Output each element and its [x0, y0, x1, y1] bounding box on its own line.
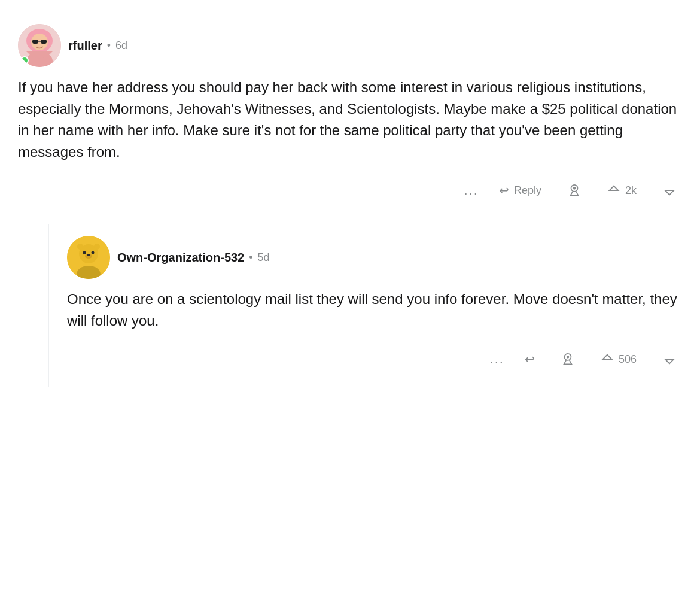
reply-upvote-icon	[601, 353, 614, 366]
more-button[interactable]: ...	[464, 183, 479, 198]
svg-point-16	[77, 244, 83, 250]
reply-timestamp: 5d	[258, 251, 270, 264]
main-comment: rfuller • 6d If you have her address you…	[18, 12, 682, 218]
reply-comment-header: Own-Organization-532 • 5d	[67, 236, 682, 279]
svg-point-17	[94, 244, 100, 250]
username-row: rfuller • 6d	[68, 39, 127, 53]
upvote-icon	[607, 184, 620, 197]
reply-vote-count: 506	[619, 353, 637, 366]
reply-comment: Own-Organization-532 • 5d Once you are o…	[67, 224, 682, 387]
reply-comment-actions: ... ↩ 506	[67, 344, 682, 375]
reply-comment-body: Once you are on a scientology mail list …	[67, 289, 682, 332]
reply-downvote-icon	[663, 353, 676, 366]
comment-header: rfuller • 6d	[18, 24, 682, 67]
online-indicator	[20, 56, 29, 65]
reply-button[interactable]: ↩ Reply	[493, 180, 547, 201]
svg-point-15	[87, 254, 90, 256]
award-button[interactable]	[562, 180, 587, 201]
reply-dot-separator: •	[249, 251, 252, 264]
reply-icon: ↩	[499, 183, 509, 198]
reply-username[interactable]: Own-Organization-532	[117, 251, 244, 265]
username[interactable]: rfuller	[68, 39, 102, 53]
downvote-icon	[663, 184, 676, 197]
svg-point-13	[92, 251, 95, 254]
vote-count: 2k	[625, 184, 637, 197]
reply-downvote-button[interactable]	[657, 349, 682, 369]
reply-award-button[interactable]	[555, 349, 580, 369]
svg-rect-5	[41, 40, 47, 44]
reply-reply-button[interactable]: ↩	[519, 348, 541, 370]
reply-username-row: Own-Organization-532 • 5d	[117, 251, 270, 265]
comment-actions: ... ↩ Reply 2k	[18, 175, 682, 206]
svg-rect-4	[32, 40, 38, 44]
reply-more-button[interactable]: ...	[490, 351, 504, 367]
reply-label: Reply	[514, 184, 541, 197]
svg-point-8	[573, 187, 576, 190]
svg-point-19	[567, 356, 570, 359]
reply-avatar	[67, 236, 110, 279]
reply-award-icon	[561, 353, 574, 366]
timestamp: 6d	[115, 40, 127, 52]
downvote-button[interactable]	[657, 180, 682, 201]
upvote-button[interactable]: 2k	[601, 180, 643, 201]
award-icon	[568, 184, 581, 197]
avatar	[18, 24, 61, 67]
reply-section: Own-Organization-532 • 5d Once you are o…	[48, 224, 682, 387]
reply-upvote-button[interactable]: 506	[595, 349, 643, 369]
dot-separator: •	[107, 40, 111, 52]
reply-reply-icon: ↩	[525, 352, 535, 366]
comment-body: If you have her address you should pay h…	[18, 77, 682, 163]
svg-point-12	[83, 251, 86, 254]
